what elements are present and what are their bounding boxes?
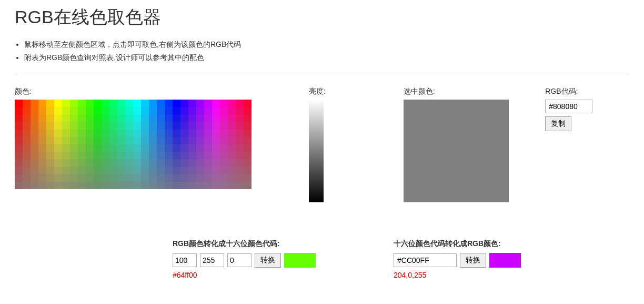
selected-color-swatch bbox=[404, 100, 509, 202]
b-input[interactable] bbox=[227, 253, 251, 267]
copy-button[interactable]: 复制 bbox=[545, 116, 571, 131]
brightness-slider[interactable] bbox=[309, 100, 324, 202]
divider bbox=[15, 74, 629, 74]
hex-input[interactable] bbox=[394, 253, 457, 267]
hex2rgb-title: 十六位颜色代码转化成RGB颜色: bbox=[394, 239, 615, 249]
r-input[interactable] bbox=[173, 253, 197, 267]
rgb2hex-title: RGB颜色转化成十六位颜色代码: bbox=[173, 239, 394, 249]
instruction-item: 附表为RGB颜色查询对照表,设计师可以参考其中的配色 bbox=[24, 51, 629, 64]
color-picker-area[interactable] bbox=[15, 100, 251, 189]
rgb2hex-convert-button[interactable]: 转换 bbox=[255, 253, 281, 268]
instruction-item: 鼠标移动至左侧颜色区域，点击即可取色,右侧为该颜色的RGB代码 bbox=[24, 38, 629, 51]
brightness-label: 亮度: bbox=[309, 87, 404, 96]
rgb-code-label: RGB代码: bbox=[545, 87, 629, 96]
g-input[interactable] bbox=[200, 253, 224, 267]
hex2rgb-swatch bbox=[489, 253, 521, 268]
page-title: RGB在线色取色器 bbox=[15, 5, 629, 30]
rgb2hex-swatch bbox=[284, 253, 316, 268]
color-canvas[interactable] bbox=[15, 100, 251, 189]
rgb2hex-result: #64ff00 bbox=[173, 271, 394, 279]
hex2rgb-result: 204,0,255 bbox=[394, 271, 615, 279]
instructions-list: 鼠标移动至左侧颜色区域，点击即可取色,右侧为该颜色的RGB代码 附表为RGB颜色… bbox=[24, 38, 629, 64]
selected-color-label: 选中颜色: bbox=[404, 87, 546, 96]
hex2rgb-convert-button[interactable]: 转换 bbox=[460, 253, 486, 268]
rgb-code-input[interactable] bbox=[545, 100, 592, 113]
color-label: 颜色: bbox=[15, 87, 309, 96]
